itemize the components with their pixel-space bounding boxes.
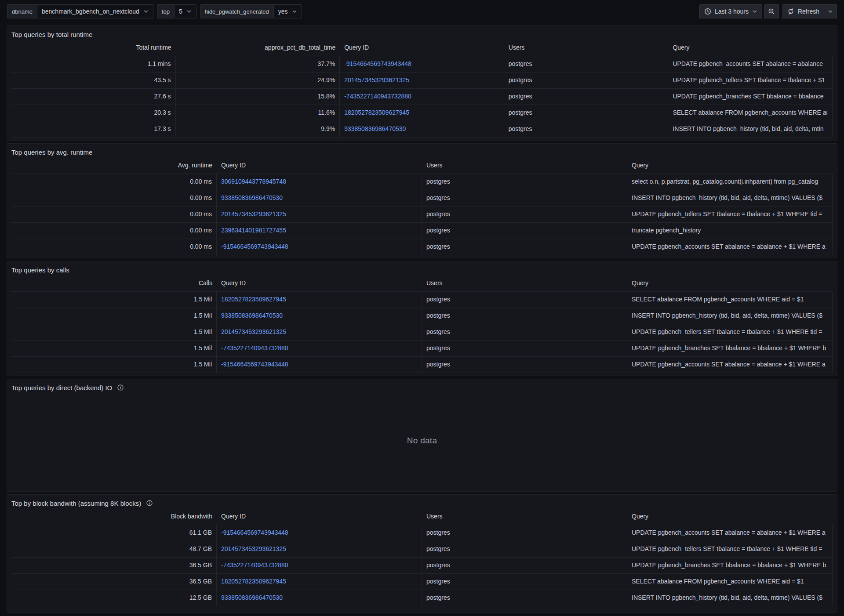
panel-top-by-block-bandwith: Top by block bandwith (assuming 8K block… [7,494,837,613]
no-data-container: No data [11,393,833,488]
query-id-link[interactable]: 1820527823509627945 [340,105,504,121]
cell-block-bandwith: 12.5 GB [11,590,217,606]
cell-users: postgres [422,558,627,573]
query-id-link[interactable]: -7435227140943732880 [340,89,504,105]
info-icon[interactable] [117,384,124,391]
column-header-users[interactable]: Users [422,275,627,291]
cell-users: postgres [504,72,669,88]
query-id-link[interactable]: 1820527823509627945 [217,292,422,308]
panel-header: Top by block bandwith (assuming 8K block… [11,497,833,509]
panel-header: Top queries by calls [11,264,833,275]
variable-top: top 5 [157,4,196,18]
refresh-label: Refresh [798,8,819,15]
table-row: 1.5 Mil1820527823509627945postgresSELECT… [11,292,833,308]
cell-approx-pct-db-total-time: 11.6% [176,105,340,121]
column-header-query[interactable]: Query [627,509,833,525]
panel-title[interactable]: Top by block bandwith (assuming 8K block… [11,500,141,507]
query-id-link[interactable]: 933850836986470530 [217,590,422,606]
cell-query: UPDATE pgbench_accounts SET abalance = a… [627,239,833,255]
table-row: 1.1 mins37.7%-9154664569743943448postgre… [11,56,833,72]
table-top-by-block-bandwith: Block bandwithQuery IDUsersQuery61.1 GB-… [11,509,833,606]
cell-calls: 1.5 Mil [11,292,217,308]
variable-top-select[interactable]: 5 [175,5,196,18]
chevron-down-icon [828,9,833,14]
cell-calls: 1.5 Mil [11,341,217,356]
column-header-query-id[interactable]: Query ID [340,40,504,56]
column-header-query[interactable]: Query [668,40,833,56]
panel-title[interactable]: Top queries by avg. runtime [11,149,92,156]
column-header-query[interactable]: Query [627,275,833,291]
query-id-link[interactable]: -7435227140943732880 [217,341,422,356]
query-id-link[interactable]: 2014573453293621325 [217,324,422,340]
time-range-label: Last 3 hours [715,8,749,15]
query-id-link[interactable]: 2014573453293621325 [340,72,504,88]
query-id-link[interactable]: 1820527823509627945 [217,574,422,590]
column-header-query-id[interactable]: Query ID [217,509,422,525]
column-header-block-bandwith[interactable]: Block bandwith [11,509,217,525]
query-id-link[interactable]: 933850836986470530 [217,308,422,324]
panel-title[interactable]: Top queries by total runtime [11,31,92,38]
panel-top-queries-by-calls: Top queries by calls CallsQuery IDUsersQ… [7,261,837,376]
refresh-group: Refresh [782,4,837,18]
column-header-query-id[interactable]: Query ID [217,158,422,174]
column-header-query-id[interactable]: Query ID [217,275,422,291]
table-top-queries-by-calls: CallsQuery IDUsersQuery1.5 Mil1820527823… [11,275,833,373]
query-id-link[interactable]: 933850836986470530 [217,190,422,206]
table-row: 0.00 ms933850836986470530postgresINSERT … [11,190,833,207]
no-data-message: No data [407,436,437,446]
cell-approx-pct-db-total-time: 24.9% [176,72,340,88]
query-id-link[interactable]: 2014573453293621325 [217,207,422,222]
column-header-users[interactable]: Users [422,158,627,174]
column-header-users[interactable]: Users [504,40,669,56]
column-header-approx-pct-db-total-time[interactable]: approx_pct_db_total_time [176,40,340,56]
table-row: 36.5 GB1820527823509627945postgresSELECT… [11,574,833,590]
query-id-link[interactable]: -9154664569743943448 [217,357,422,373]
table-row: 12.5 GB933850836986470530postgresINSERT … [11,590,833,606]
cell-query: truncate pgbench_history [627,223,833,239]
panel-header: Top queries by total runtime [11,29,833,40]
cell-users: postgres [422,207,627,222]
query-id-link[interactable]: -9154664569743943448 [217,239,422,255]
cell-avg-runtime: 0.00 ms [11,174,217,190]
cell-query: UPDATE pgbench_accounts SET abalance = a… [668,56,833,72]
zoom-out-icon [768,8,775,15]
cell-calls: 1.5 Mil [11,308,217,324]
cell-users: postgres [422,357,627,373]
query-id-link[interactable]: -7435227140943732880 [217,558,422,573]
cell-approx-pct-db-total-time: 15.8% [176,89,340,105]
zoom-out-button[interactable] [764,4,779,18]
cell-approx-pct-db-total-time: 37.7% [176,56,340,72]
query-id-link[interactable]: 2396341401981727455 [217,223,422,239]
cell-users: postgres [422,590,627,606]
query-id-link[interactable]: 2014573453293621325 [217,541,422,557]
variable-dbname-select[interactable]: benchmark_bgbench_on_nextcloud [37,5,153,18]
table-row: 36.5 GB-7435227140943732880postgresUPDAT… [11,558,833,574]
time-range-picker[interactable]: Last 3 hours [699,4,762,18]
query-id-link[interactable]: -9154664569743943448 [217,525,422,541]
cell-users: postgres [422,324,627,340]
table-row: 0.00 ms2396341401981727455postgrestrunca… [11,223,833,239]
cell-users: postgres [504,121,669,137]
refresh-button[interactable]: Refresh [782,4,824,18]
column-header-avg-runtime[interactable]: Avg. runtime [11,158,217,174]
column-header-calls[interactable]: Calls [11,275,217,291]
cell-users: postgres [422,541,627,557]
panel-title[interactable]: Top queries by direct (backend) IO [11,384,112,391]
table-row: 20.3 s11.6%1820527823509627945postgresSE… [11,105,833,121]
cell-query: SELECT abalance FROM pgbench_accounts WH… [627,574,833,590]
cell-calls: 1.5 Mil [11,324,217,340]
cell-total-runtime: 17.3 s [11,121,176,137]
query-id-link[interactable]: -9154664569743943448 [340,56,504,72]
query-id-link[interactable]: 3069109443778945748 [217,174,422,190]
panel-title[interactable]: Top queries by calls [11,266,69,274]
column-header-users[interactable]: Users [422,509,627,525]
column-header-query[interactable]: Query [627,158,833,174]
query-id-link[interactable]: 933850836986470530 [340,121,504,137]
variable-hide-pgwatch-generated-select[interactable]: yes [274,5,302,18]
cell-query: UPDATE pgbench_tellers SET tbalance = tb… [627,207,833,222]
refresh-interval-dropdown[interactable] [824,4,837,18]
info-icon[interactable] [146,500,153,506]
cell-avg-runtime: 0.00 ms [11,190,217,206]
column-header-total-runtime[interactable]: Total runtime [11,40,176,56]
table-top-queries-by-avg-runtime: Avg. runtimeQuery IDUsersQuery0.00 ms306… [11,158,833,255]
